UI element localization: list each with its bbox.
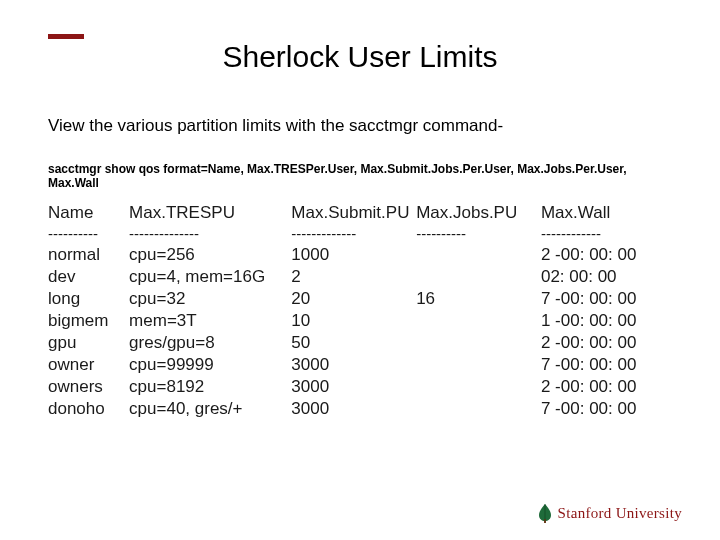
cell-jobs	[416, 244, 541, 266]
col-header-name: Name	[48, 202, 129, 224]
cell-tres: cpu=99999	[129, 354, 291, 376]
cell-wall: 7 -00: 00: 00	[541, 398, 672, 420]
table-row: owner cpu=99999 3000 7 -00: 00: 00	[48, 354, 672, 376]
cell-tres: gres/gpu=8	[129, 332, 291, 354]
cell-name: normal	[48, 244, 129, 266]
table-separator-row: ---------- -------------- ------------- …	[48, 224, 672, 244]
cell-tres: mem=3T	[129, 310, 291, 332]
limits-table: Name Max.TRESPU Max.Submit.PU Max.Jobs.P…	[48, 202, 672, 420]
slide: Sherlock User Limits View the various pa…	[0, 0, 720, 540]
cell-jobs	[416, 266, 541, 288]
table-row: donoho cpu=40, gres/+ 3000 7 -00: 00: 00	[48, 398, 672, 420]
cell-jobs	[416, 332, 541, 354]
cell-name: gpu	[48, 332, 129, 354]
command-line: sacctmgr show qos format=Name, Max.TRESP…	[48, 162, 672, 190]
sep-jobs: ----------	[416, 224, 541, 244]
col-header-tres: Max.TRESPU	[129, 202, 291, 224]
cell-submit: 10	[291, 310, 416, 332]
cell-submit: 3000	[291, 354, 416, 376]
table-row: bigmem mem=3T 10 1 -00: 00: 00	[48, 310, 672, 332]
col-header-jobs: Max.Jobs.PU	[416, 202, 541, 224]
sep-submit: -------------	[291, 224, 416, 244]
cell-name: donoho	[48, 398, 129, 420]
cell-jobs: 16	[416, 288, 541, 310]
cell-tres: cpu=256	[129, 244, 291, 266]
cell-submit: 20	[291, 288, 416, 310]
cell-wall: 7 -00: 00: 00	[541, 288, 672, 310]
cell-wall: 1 -00: 00: 00	[541, 310, 672, 332]
table-row: normal cpu=256 1000 2 -00: 00: 00	[48, 244, 672, 266]
cell-tres: cpu=4, mem=16G	[129, 266, 291, 288]
cell-submit: 3000	[291, 398, 416, 420]
cell-wall: 2 -00: 00: 00	[541, 376, 672, 398]
page-title: Sherlock User Limits	[0, 40, 720, 74]
cell-tres: cpu=32	[129, 288, 291, 310]
table-header-row: Name Max.TRESPU Max.Submit.PU Max.Jobs.P…	[48, 202, 672, 224]
cell-name: long	[48, 288, 129, 310]
cell-submit: 2	[291, 266, 416, 288]
logo-text: Stanford University	[558, 505, 682, 522]
cell-wall: 2 -00: 00: 00	[541, 244, 672, 266]
cell-submit: 50	[291, 332, 416, 354]
col-header-submit: Max.Submit.PU	[291, 202, 416, 224]
table-row: long cpu=32 20 16 7 -00: 00: 00	[48, 288, 672, 310]
sep-tres: --------------	[129, 224, 291, 244]
cell-name: owner	[48, 354, 129, 376]
cell-name: bigmem	[48, 310, 129, 332]
col-header-wall: Max.Wall	[541, 202, 672, 224]
cell-tres: cpu=40, gres/+	[129, 398, 291, 420]
cell-name: dev	[48, 266, 129, 288]
cell-jobs	[416, 398, 541, 420]
subtitle-text: View the various partition limits with t…	[48, 116, 672, 136]
table-row: gpu gres/gpu=8 50 2 -00: 00: 00	[48, 332, 672, 354]
cell-jobs	[416, 354, 541, 376]
cell-name: owners	[48, 376, 129, 398]
cell-tres: cpu=8192	[129, 376, 291, 398]
cell-wall: 02: 00: 00	[541, 266, 672, 288]
table-row: dev cpu=4, mem=16G 2 02: 00: 00	[48, 266, 672, 288]
accent-bar	[48, 34, 84, 39]
stanford-logo: Stanford University	[536, 502, 682, 524]
table-row: owners cpu=8192 3000 2 -00: 00: 00	[48, 376, 672, 398]
cell-jobs	[416, 310, 541, 332]
cell-submit: 1000	[291, 244, 416, 266]
cell-wall: 2 -00: 00: 00	[541, 332, 672, 354]
tree-icon	[536, 502, 554, 524]
sep-wall: ------------	[541, 224, 672, 244]
cell-jobs	[416, 376, 541, 398]
sep-name: ----------	[48, 224, 129, 244]
cell-submit: 3000	[291, 376, 416, 398]
cell-wall: 7 -00: 00: 00	[541, 354, 672, 376]
